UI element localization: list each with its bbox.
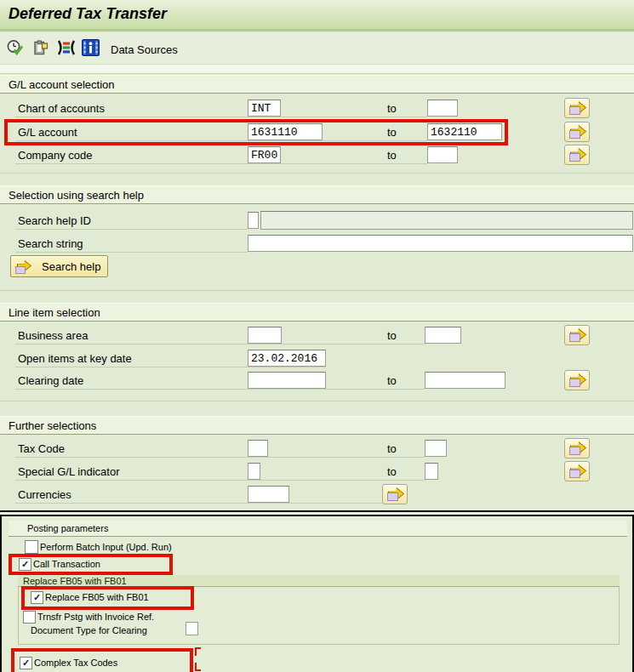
search-string-field[interactable] [248, 235, 633, 252]
to-label: to [387, 102, 397, 115]
row-rule [15, 389, 425, 390]
company-code-from-field[interactable] [248, 146, 281, 163]
gl-account-to-field[interactable] [427, 123, 502, 140]
chart-of-accounts-multi-select-button[interactable] [564, 98, 590, 118]
row-rule [15, 344, 425, 345]
tax-code-label: Tax Code [18, 442, 65, 455]
sap-window: Deferred Tax Transfer Data Sources G/L a… [0, 0, 634, 672]
perform-batch-input-label: Perform Batch Input (Upd. Run) [40, 542, 172, 552]
info-icon[interactable] [82, 39, 100, 56]
chart-of-accounts-to-field[interactable] [427, 100, 458, 117]
section-divider [0, 401, 634, 401]
row-rule [15, 229, 248, 230]
open-items-key-date-label: Open items at key date [18, 352, 132, 365]
row-rule [15, 503, 382, 504]
company-code-to-field[interactable] [427, 146, 458, 163]
open-items-key-date-field[interactable] [248, 350, 326, 367]
to-label: to [387, 465, 397, 478]
currencies-label: Currencies [18, 488, 71, 501]
to-label: to [387, 329, 397, 342]
section-header-posting-parameters: Posting parameters [9, 521, 627, 537]
copy-icon[interactable] [32, 39, 49, 56]
complex-tax-codes-checkbox[interactable]: ✓ [20, 657, 32, 669]
execute-icon[interactable] [7, 39, 24, 56]
call-transaction-checkbox[interactable]: ✓ [19, 558, 31, 571]
to-label: to [387, 374, 397, 387]
search-string-label: Search string [18, 237, 83, 250]
tax-code-to-field[interactable] [425, 440, 447, 457]
search-help-button[interactable]: Search help [10, 255, 108, 277]
row-rule [15, 140, 427, 141]
row-rule [15, 117, 427, 117]
section-header-search-help: Selection using search help [0, 185, 634, 204]
doc-type-clearing-label: Document Type for Clearing [31, 625, 147, 635]
tax-code-multi-select-button[interactable] [564, 438, 590, 458]
row-rule [15, 367, 326, 367]
currencies-multi-select-button[interactable] [382, 484, 408, 504]
search-help-id-label: Search help ID [18, 214, 91, 227]
doc-type-clearing-field[interactable] [186, 622, 198, 635]
business-area-to-field[interactable] [425, 327, 461, 344]
to-label: to [387, 442, 397, 455]
search-help-id-key-field[interactable] [248, 212, 259, 229]
business-area-label: Business area [18, 329, 88, 342]
replace-fb05-label: Replace FB05 with FB01 [45, 592, 149, 602]
call-transaction-label: Call Transaction [33, 559, 100, 569]
perform-batch-input-checkbox[interactable] [25, 540, 38, 554]
search-help-id-display-field [260, 211, 633, 230]
special-gl-to-field[interactable] [425, 463, 438, 480]
section-header-gl-account: G/L account selection [0, 75, 634, 94]
gl-account-multi-select-button[interactable] [564, 122, 590, 142]
tax-code-from-field[interactable] [248, 440, 268, 457]
to-label: to [387, 126, 397, 139]
trnsfr-pstg-checkbox[interactable] [23, 611, 36, 624]
row-rule [15, 457, 425, 458]
red-artifact [195, 663, 201, 671]
page-title: Deferred Tax Transfer [9, 5, 167, 23]
row-rule [15, 163, 427, 164]
range-icon [15, 266, 26, 274]
chart-of-accounts-from-field[interactable] [248, 100, 281, 117]
business-area-multi-select-button[interactable] [564, 325, 590, 345]
pasted-image-top-border [0, 510, 634, 516]
complex-tax-codes-label: Complex Tax Codes [34, 658, 117, 668]
toolbar-divider [0, 65, 634, 74]
special-gl-from-field[interactable] [248, 463, 260, 480]
gl-account-label: G/L account [18, 126, 77, 139]
clearing-date-to-field[interactable] [425, 372, 505, 389]
replace-fb05-frame-title: Replace FB05 with FB01 [18, 575, 620, 587]
clearing-date-from-field[interactable] [248, 372, 326, 389]
red-artifact [195, 647, 201, 656]
section-header-further-selections: Further selections [0, 416, 634, 435]
row-rule [15, 252, 248, 253]
company-code-multi-select-button[interactable] [564, 145, 590, 165]
selection-criteria-icon[interactable] [56, 40, 77, 55]
replace-fb05-checkbox[interactable]: ✓ [31, 591, 43, 604]
trnsfr-pstg-label: Trnsfr Pstg with Invoice Ref. [37, 612, 154, 622]
to-label: to [387, 149, 397, 162]
section-header-line-item: Line item selection [0, 303, 634, 322]
chart-of-accounts-label: Chart of accounts [18, 102, 105, 115]
section-divider [0, 290, 634, 291]
row-rule [15, 480, 425, 481]
data-sources-button[interactable]: Data Sources [111, 43, 178, 56]
special-gl-indicator-label: Special G/L indicator [18, 465, 119, 478]
company-code-label: Company code [18, 149, 92, 162]
business-area-from-field[interactable] [248, 327, 282, 344]
clearing-date-multi-select-button[interactable] [564, 370, 590, 390]
currencies-field[interactable] [248, 486, 289, 503]
special-gl-multi-select-button[interactable] [564, 461, 590, 481]
section-divider [0, 173, 634, 174]
clearing-date-label: Clearing date [18, 374, 83, 387]
gl-account-from-field[interactable] [248, 123, 323, 140]
